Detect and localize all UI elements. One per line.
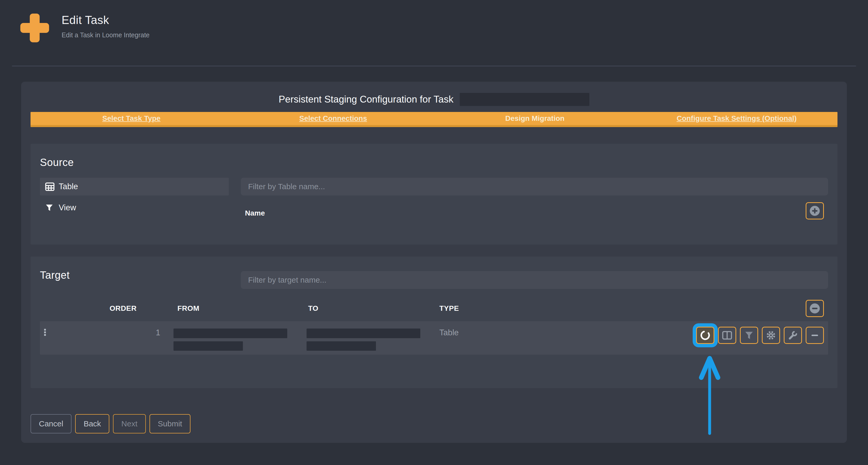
source-filter-input[interactable] [241,178,828,195]
page-subtitle: Edit a Task in Loome Integrate [62,31,150,39]
column-header-type: TYPE [439,304,459,313]
refresh-icon [700,330,711,341]
table-icon [45,182,55,191]
source-heading: Source [40,155,828,169]
row-type-value: Table [439,328,459,337]
wizard-title-row: Persistent Staging Configuration for Tas… [31,82,837,106]
wizard-footer: Cancel Back Next Submit [31,414,837,433]
filter-icon [744,330,754,340]
target-section: Target ORDER FROM TO TYPE 1 [31,256,837,388]
row-action-buttons [696,327,824,344]
minus-circle-icon [809,303,821,314]
wrench-icon [788,330,798,341]
row-from-redacted [174,329,287,351]
plus-circle-icon [809,205,821,217]
wizard-title: Persistent Staging Configuration for Tas… [279,93,454,106]
redacted-task-name [460,93,589,106]
row-to-redacted [307,329,420,351]
source-type-label: Table [59,182,78,191]
target-filter-input[interactable] [241,271,828,289]
step-select-connections[interactable]: Select Connections [232,114,434,123]
step-select-task-type[interactable]: Select Task Type [31,114,232,123]
back-button[interactable]: Back [75,414,109,433]
columns-action-button[interactable] [718,327,736,344]
source-type-label: View [59,203,76,212]
refresh-action-button[interactable] [696,327,714,344]
app-header: Edit Task Edit a Task in Loome Integrate [0,0,868,44]
gear-icon [766,330,776,341]
settings-action-button[interactable] [762,327,780,344]
step-design-migration: Design Migration [434,114,636,123]
source-type-list: Table View [40,178,229,219]
next-button: Next [113,414,146,433]
submit-button: Submit [150,414,190,433]
minus-icon [810,330,820,341]
filter-icon [45,203,55,212]
column-header-from: FROM [178,304,199,313]
source-type-table[interactable]: Table [40,178,229,195]
target-heading: Target [40,268,70,282]
remove-target-button[interactable] [806,300,824,317]
column-header-order: ORDER [110,304,137,313]
source-name-column-header: Name [245,202,265,217]
add-source-button[interactable] [806,202,824,219]
wizard-panel: Persistent Staging Configuration for Tas… [21,82,847,443]
target-table-header: ORDER FROM TO TYPE [40,300,828,317]
wizard-stepper: Select Task Type Select Connections Desi… [31,112,837,127]
cancel-button[interactable]: Cancel [31,414,71,433]
step-configure-task-settings[interactable]: Configure Task Settings (Optional) [636,114,837,123]
source-type-view[interactable]: View [40,199,229,217]
source-section: Source Table [31,144,837,245]
row-drag-handle-icon[interactable] [44,329,46,336]
remove-row-action-button[interactable] [806,327,824,344]
row-order-value: 1 [156,328,160,337]
header-divider [12,66,856,66]
columns-icon [722,330,733,341]
target-table-row: 1 Table [40,321,828,354]
filter-action-button[interactable] [740,327,758,344]
plus-logo-icon [18,11,51,44]
tools-action-button[interactable] [784,327,802,344]
column-header-to: TO [308,304,318,313]
page-title: Edit Task [62,13,150,27]
